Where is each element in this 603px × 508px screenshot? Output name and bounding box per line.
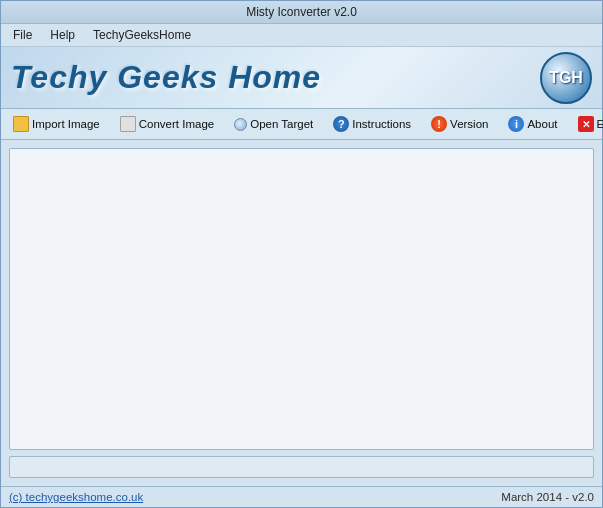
search-icon [234, 118, 247, 131]
open-target-label: Open Target [250, 118, 313, 130]
main-content [1, 140, 602, 486]
main-window: Misty Iconverter v2.0 File Help TechyGee… [0, 0, 603, 508]
window-title: Misty Iconverter v2.0 [246, 5, 357, 19]
question-icon: ? [333, 116, 349, 132]
banner-logo: TGH [540, 52, 592, 104]
footer-version: March 2014 - v2.0 [501, 491, 594, 503]
banner-title: Techy Geeks Home [11, 59, 321, 96]
status-bar [9, 456, 594, 478]
menu-help[interactable]: Help [42, 26, 83, 44]
version-button[interactable]: ! Version [425, 113, 494, 135]
version-label: Version [450, 118, 488, 130]
convert-image-label: Convert Image [139, 118, 214, 130]
exit-icon: ✕ [578, 116, 594, 132]
title-bar: Misty Iconverter v2.0 [1, 1, 602, 24]
menu-techygeekshome[interactable]: TechyGeeksHome [85, 26, 199, 44]
import-image-label: Import Image [32, 118, 100, 130]
footer-link[interactable]: (c) techygeekshome.co.uk [9, 491, 143, 503]
open-target-button[interactable]: Open Target [228, 115, 319, 134]
about-label: About [527, 118, 557, 130]
import-image-button[interactable]: Import Image [7, 113, 106, 135]
banner: Techy Geeks Home TGH [1, 47, 602, 109]
info-icon: i [508, 116, 524, 132]
menu-bar: File Help TechyGeeksHome [1, 24, 602, 47]
image-display-area [9, 148, 594, 450]
about-button[interactable]: i About [502, 113, 563, 135]
instructions-label: Instructions [352, 118, 411, 130]
folder-icon [13, 116, 29, 132]
convert-image-button[interactable]: Convert Image [114, 113, 220, 135]
exit-label: Exit [597, 118, 603, 130]
toolbar: Import Image Convert Image Open Target ?… [1, 109, 602, 140]
convert-icon [120, 116, 136, 132]
instructions-button[interactable]: ? Instructions [327, 113, 417, 135]
footer: (c) techygeekshome.co.uk March 2014 - v2… [1, 486, 602, 507]
exit-button[interactable]: ✕ Exit [572, 113, 603, 135]
exclaim-icon: ! [431, 116, 447, 132]
menu-file[interactable]: File [5, 26, 40, 44]
